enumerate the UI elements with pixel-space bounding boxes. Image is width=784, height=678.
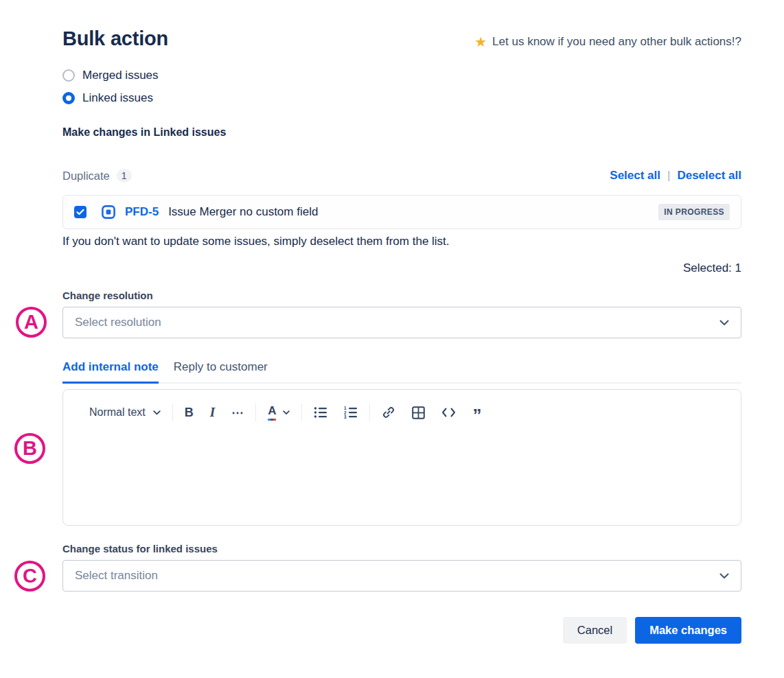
table-button[interactable] <box>412 406 425 419</box>
link-type-label: Duplicate <box>62 170 110 183</box>
issue-group-header: Duplicate 1 Select all | Deselect all <box>62 169 741 183</box>
italic-button[interactable]: I <box>210 405 215 420</box>
radio-linked-issues[interactable]: Linked issues <box>62 91 741 105</box>
toolbar-divider <box>301 404 302 421</box>
issue-checkbox-checked[interactable] <box>74 206 87 218</box>
make-changes-button[interactable]: Make changes <box>635 617 741 644</box>
status-field-label: Change status for linked issues <box>62 543 741 554</box>
star-icon: ★ <box>474 35 487 49</box>
select-all-link[interactable]: Select all <box>610 169 660 183</box>
resolution-select-placeholder: Select resolution <box>75 316 161 329</box>
selected-count: Selected: 1 <box>62 261 741 275</box>
text-style-dropdown[interactable]: Normal text <box>89 406 161 419</box>
numbered-list-button[interactable]: 1 2 3 <box>344 406 358 419</box>
radio-unselected-icon[interactable] <box>62 69 75 82</box>
issue-count-badge: 1 <box>117 169 132 183</box>
check-icon <box>76 209 84 215</box>
toolbar-divider <box>172 404 173 421</box>
transition-select-placeholder: Select transition <box>75 569 158 583</box>
svg-text:3: 3 <box>344 414 347 419</box>
link-button[interactable] <box>382 406 395 419</box>
toolbar-divider <box>255 404 256 421</box>
more-formatting-button[interactable]: ⋯ <box>231 406 244 420</box>
issue-source-radio-group: Merged issues Linked issues <box>62 69 741 105</box>
issue-row[interactable]: PFD-5 Issue Merger no custom field IN PR… <box>62 195 741 229</box>
deselect-all-link[interactable]: Deselect all <box>677 169 741 183</box>
editor-toolbar: Normal text B I ⋯ A <box>63 390 741 421</box>
editor-body[interactable] <box>63 421 741 504</box>
bullet-list-button[interactable] <box>314 406 327 419</box>
radio-merged-issues[interactable]: Merged issues <box>62 69 741 82</box>
tab-reply-to-customer[interactable]: Reply to customer <box>174 360 268 382</box>
radio-linked-issues-label: Linked issues <box>82 91 153 105</box>
resolution-field-label: Change resolution <box>62 290 741 301</box>
note-tabs: Add internal note Reply to customer <box>62 360 741 384</box>
transition-select[interactable]: Select transition <box>62 560 741 592</box>
text-color-glyph: A <box>268 405 276 421</box>
action-buttons: Cancel Make changes <box>62 617 741 644</box>
toolbar-divider <box>369 404 370 421</box>
quote-button[interactable]: ” <box>472 405 481 420</box>
radio-merged-issues-label: Merged issues <box>82 69 159 82</box>
cancel-button[interactable]: Cancel <box>563 617 627 644</box>
resolution-select[interactable]: Select resolution <box>62 307 741 338</box>
rich-text-editor: Normal text B I ⋯ A <box>62 389 741 526</box>
chevron-down-icon <box>283 410 290 415</box>
hint-text: Let us know if you need any other bulk a… <box>492 35 741 49</box>
code-button[interactable] <box>441 407 456 418</box>
page-title: Bulk action <box>62 27 168 50</box>
chevron-down-icon <box>719 320 729 326</box>
bulk-actions-hint: ★ Let us know if you need any other bulk… <box>474 35 741 49</box>
annotation-circle-a: A <box>16 307 47 338</box>
bulk-action-page: A B C Bulk action ★ Let us know if you n… <box>0 0 784 678</box>
link-separator: | <box>667 169 670 183</box>
tab-add-internal-note[interactable]: Add internal note <box>62 360 159 384</box>
annotation-circle-b: B <box>14 433 45 464</box>
radio-selected-icon[interactable] <box>62 92 75 104</box>
header: Bulk action ★ Let us know if you need an… <box>62 0 741 50</box>
section-heading: Make changes in Linked issues <box>62 126 741 139</box>
deselect-note: If you don't want to update some issues,… <box>62 235 741 248</box>
text-color-button[interactable]: A <box>268 405 290 421</box>
chevron-down-icon <box>719 573 729 579</box>
issue-key-link[interactable]: PFD-5 <box>125 205 159 219</box>
issue-type-icon <box>102 205 115 219</box>
chevron-down-icon <box>153 410 161 415</box>
bold-button[interactable]: B <box>185 406 194 420</box>
issue-summary: Issue Merger no custom field <box>168 205 649 219</box>
text-style-label: Normal text <box>89 406 146 419</box>
status-badge: IN PROGRESS <box>658 204 730 220</box>
annotation-circle-c: C <box>14 561 45 592</box>
